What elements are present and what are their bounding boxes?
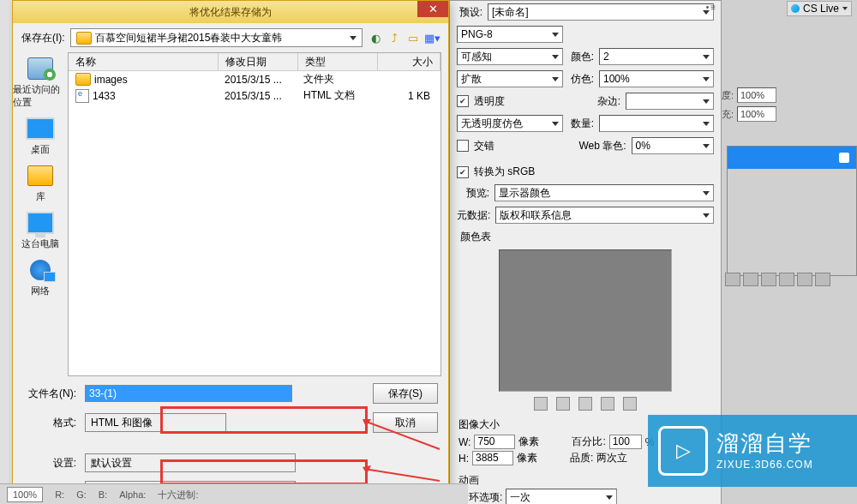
preview-label: 预览: (457, 186, 489, 201)
lock-icon (839, 153, 849, 163)
new-folder-icon[interactable]: ▭ (405, 30, 421, 45)
col-date[interactable]: 修改日期 (219, 53, 298, 70)
preview-select[interactable]: 显示器颜色 (494, 184, 714, 201)
col-type[interactable]: 类型 (298, 53, 378, 70)
transparency-label: 透明度 (474, 94, 505, 109)
cancel-button[interactable]: 取消 (373, 412, 438, 433)
col-name[interactable]: 名称 (69, 53, 219, 70)
save-as-dialog: 将优化结果存储为 ✕ 保存在(I): 百慕空间短裙半身裙2015春装中大女童韩 … (12, 0, 449, 490)
colors-field[interactable]: 2 (599, 48, 714, 65)
percent-field[interactable]: 100 (609, 435, 642, 449)
format-select[interactable]: HTML 和图像 (85, 413, 226, 432)
cslive-icon (791, 4, 800, 13)
transparency-checkbox[interactable]: ✔ (457, 95, 469, 107)
width-field[interactable]: 750 (474, 435, 515, 449)
settings-select[interactable]: 默认设置 (85, 453, 296, 472)
websnap-label: Web 靠色: (578, 139, 626, 153)
interlace-checkbox[interactable] (457, 140, 469, 152)
place-desktop[interactable]: 桌面 (25, 116, 56, 156)
view-icon[interactable]: ▦▾ (424, 30, 440, 45)
app-toprow: CS Live (782, 0, 857, 17)
file-row[interactable]: 1433 2015/3/15 ...HTML 文档1 KB (69, 87, 440, 104)
dither-field[interactable]: 100% (599, 70, 714, 87)
up-icon[interactable]: ⤴ (387, 30, 402, 45)
diffusion-select[interactable]: 扩散 (457, 70, 563, 87)
filename-input[interactable]: 33-(1) (85, 385, 292, 402)
place-computer[interactable]: 这台电脑 (21, 210, 59, 250)
metadata-select[interactable]: 版权和联系信息 (495, 207, 714, 224)
recent-icon (27, 57, 53, 80)
amount-field[interactable] (599, 115, 714, 132)
palette-tool-icon[interactable] (601, 397, 614, 411)
algo-select[interactable]: 可感知 (457, 48, 563, 65)
cslive-label: CS Live (803, 3, 839, 15)
file-list-header: 名称 修改日期 类型 大小 (69, 53, 440, 71)
layers-footer-icons (722, 273, 857, 288)
zoom-field[interactable]: 100% (7, 487, 43, 502)
chevron-down-icon (842, 7, 848, 10)
back-icon[interactable]: ◐ (368, 30, 383, 45)
file-list: 名称 修改日期 类型 大小 images 2015/3/15 ...文件夹 14… (68, 52, 441, 376)
fill-field[interactable]: 100% (737, 106, 776, 122)
save-button[interactable]: 保存(S) (373, 383, 438, 404)
palette-tools (450, 393, 721, 414)
dither-label: 仿色: (568, 72, 594, 87)
chevron-down-icon (350, 36, 357, 40)
fx-icon[interactable] (725, 273, 740, 286)
filename-label: 文件名(N): (23, 387, 76, 401)
folder-icon (75, 73, 91, 86)
metadata-label: 元数据: (457, 208, 490, 223)
cslive-button[interactable]: CS Live (787, 1, 852, 16)
close-button[interactable]: ✕ (417, 1, 448, 17)
group-icon[interactable] (779, 273, 794, 286)
adjust-icon[interactable] (761, 273, 776, 286)
palette-tool-icon[interactable] (534, 397, 548, 411)
preset-label: 预设: (457, 5, 482, 20)
mask-icon[interactable] (743, 273, 758, 286)
loop-select[interactable]: 一次 (506, 489, 617, 504)
watermark-logo: ▷ (658, 426, 708, 476)
place-network[interactable]: 网络 (25, 257, 56, 297)
library-icon (27, 165, 53, 186)
palette-label: 颜色表 (450, 226, 721, 248)
preset-select[interactable]: [未命名] (488, 3, 714, 21)
palette-tool-icon[interactable] (578, 397, 592, 411)
palette-tool-icon[interactable] (556, 397, 570, 411)
watermark-title: 溜溜自学 (716, 429, 813, 459)
colors-label: 颜色: (568, 50, 594, 64)
place-library[interactable]: 库 (25, 163, 56, 203)
dialog-nav-icons: ◐ ⤴ ▭ ▦▾ (368, 30, 440, 45)
chevron-down-icon (552, 33, 559, 37)
desktop-icon (26, 117, 55, 140)
new-icon[interactable] (797, 273, 812, 286)
srgb-checkbox[interactable]: ✔ (457, 166, 469, 178)
trash-icon[interactable] (815, 273, 830, 286)
dialog-titlebar: 将优化结果存储为 ✕ (13, 1, 448, 23)
html-icon (75, 89, 89, 103)
interlace-label: 交错 (474, 139, 494, 153)
opacity-field[interactable]: 100% (737, 87, 776, 103)
folder-icon (76, 32, 92, 45)
srgb-label: 转换为 sRGB (474, 165, 535, 179)
layers-panel (727, 146, 857, 276)
col-size[interactable]: 大小 (378, 53, 440, 70)
layer-row-selected[interactable] (728, 147, 856, 169)
trans-dither-select[interactable]: 无透明度仿色 (457, 115, 563, 132)
watermark: ▷ 溜溜自学ZIXUE.3D66.COM (648, 415, 857, 487)
settings-label: 设置: (23, 456, 76, 471)
websnap-field[interactable]: 0% (632, 137, 714, 154)
palette-tool-icon[interactable] (623, 397, 637, 411)
height-field[interactable]: 3885 (472, 451, 513, 465)
place-recent[interactable]: 最近访问的位置 (13, 56, 68, 109)
file-row[interactable]: images 2015/3/15 ...文件夹 (69, 71, 440, 87)
matte-label: 杂边: (595, 94, 620, 109)
dialog-title: 将优化结果存储为 (189, 5, 272, 20)
computer-icon (27, 212, 54, 234)
matte-field[interactable] (626, 93, 714, 110)
watermark-url: ZIXUE.3D66.COM (716, 459, 813, 472)
format-select[interactable]: PNG-8 (457, 26, 563, 43)
panel-flyout-icon[interactable]: •≡ (706, 3, 717, 12)
network-icon (30, 260, 51, 280)
color-table (499, 249, 672, 392)
save-in-select[interactable]: 百慕空间短裙半身裙2015春装中大女童韩 (70, 28, 363, 47)
